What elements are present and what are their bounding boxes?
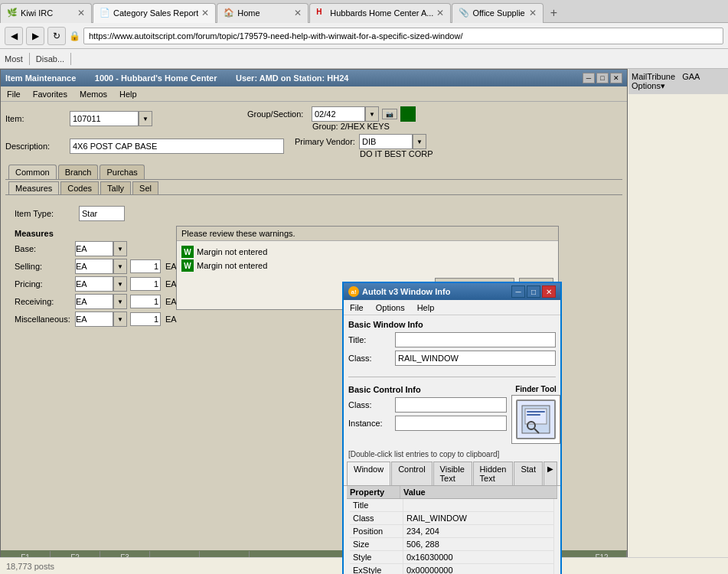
autoit-tab-control[interactable]: Control [391, 461, 432, 485]
autoit-close[interactable]: ✕ [542, 285, 556, 298]
class-field-label: Class: [348, 354, 390, 363]
post-count: 18,773 posts [6, 562, 54, 571]
group-section-combo: ▼ [312, 106, 379, 122]
title-field-input[interactable] [395, 332, 556, 347]
menu-favorites[interactable]: Favorites [30, 89, 70, 99]
autoit-menu-options[interactable]: Options [373, 302, 408, 313]
measure-receiving-qty[interactable] [130, 295, 161, 308]
measure-misc-unit: EA [165, 315, 177, 324]
address-bar[interactable] [83, 28, 723, 44]
menu-file[interactable]: File [4, 89, 24, 99]
most-button[interactable]: Most [5, 54, 23, 64]
autoit-tab-arrow[interactable]: ▶ [544, 461, 557, 485]
close-button[interactable]: ✕ [610, 73, 622, 83]
vendor-input[interactable] [359, 134, 413, 149]
autoit-tab-stat[interactable]: Stat [514, 461, 543, 485]
category-icon: 📄 [100, 8, 110, 18]
measure-misc-dropdown[interactable]: ▼ [113, 311, 127, 327]
table-row-exstyle[interactable]: ExStyle 0x00000000 [350, 564, 554, 574]
svg-rect-4 [527, 411, 545, 413]
measure-selling-unit: EA [165, 262, 177, 271]
right-panel: MailTribune GAA Options▾ [628, 69, 728, 94]
measure-selling-qty[interactable] [130, 259, 161, 273]
tab-kiwi-irc[interactable]: 🌿 Kiwi IRC ✕ [0, 3, 92, 23]
autoit-menu-help[interactable]: Help [414, 302, 438, 313]
autoit-tab-window[interactable]: Window [347, 461, 390, 485]
item-type-input[interactable] [79, 206, 125, 221]
tab-category-sales[interactable]: 📄 Category Sales Report ✕ [93, 3, 216, 23]
back-button[interactable]: ◀ [5, 27, 23, 45]
measure-misc-label: Miscellaneous: [15, 315, 72, 324]
autoit-titlebar[interactable]: a! AutoIt v3 Window Info ─ □ ✕ [344, 283, 560, 300]
table-row-position[interactable]: Position 234, 204 [350, 525, 554, 538]
browser-chrome: 🌿 Kiwi IRC ✕ 📄 Category Sales Report ✕ 🏠… [0, 0, 728, 69]
item-dropdown-btn[interactable]: ▼ [139, 111, 152, 126]
table-scroll-area[interactable]: Title Class RAIL_WINDOW Position 234, 20… [347, 499, 557, 574]
tab-office-close[interactable]: ✕ [529, 8, 537, 18]
disable-button[interactable]: Disab... [36, 54, 64, 64]
tab-home[interactable]: 🏠 Home ✕ [217, 3, 309, 23]
table-row-size[interactable]: Size 506, 288 [350, 538, 554, 551]
measure-pricing-input[interactable] [75, 276, 113, 292]
table-row-title[interactable]: Title [350, 499, 554, 512]
tab-common[interactable]: Common [8, 165, 57, 179]
vendor-section: Primary Vendor: ▼ DO IT BEST CORP [295, 134, 433, 158]
tab-hubbards[interactable]: H Hubbards Home Center A... ✕ [309, 3, 451, 23]
forward-button[interactable]: ▶ [26, 27, 44, 45]
tab-office[interactable]: 📎 Office Supplie ✕ [452, 3, 544, 23]
autoit-menu-file[interactable]: File [347, 302, 367, 313]
autoit-maximize[interactable]: □ [527, 285, 540, 298]
measure-pricing-qty[interactable] [130, 277, 161, 291]
autoit-minimize[interactable]: ─ [511, 285, 525, 298]
autoit-tab-hidden-text[interactable]: Hidden Text [473, 461, 514, 485]
description-row: Description: Primary Vendor: ▼ DO IT BES… [5, 134, 622, 158]
minimize-button[interactable]: ─ [583, 73, 595, 83]
group-section-input[interactable] [312, 106, 365, 122]
measure-pricing-dropdown[interactable]: ▼ [113, 276, 127, 292]
toolbar-separator [29, 53, 30, 65]
group-icon[interactable]: 📷 [382, 109, 397, 119]
row-position-value: 234, 204 [403, 525, 554, 537]
measure-pricing-combo: ▼ [75, 276, 127, 292]
finder-tool-box[interactable] [511, 395, 560, 444]
autoit-tab-visible-text[interactable]: Visible Text [433, 461, 472, 485]
sub-tab-measures[interactable]: Measures [8, 181, 59, 194]
options-button[interactable]: Options▾ [632, 81, 665, 90]
menu-help[interactable]: Help [116, 89, 140, 99]
instance-label: Instance: [348, 419, 390, 428]
new-tab-button[interactable]: + [544, 4, 563, 22]
control-class-input[interactable] [395, 397, 507, 413]
table-row-style[interactable]: Style 0x16030000 [350, 551, 554, 564]
instance-input[interactable] [395, 416, 507, 431]
maximize-button[interactable]: □ [596, 73, 609, 83]
measure-selling-input[interactable] [75, 259, 113, 274]
group-section-dropdown[interactable]: ▼ [365, 106, 379, 122]
item-input[interactable] [70, 111, 139, 126]
refresh-button[interactable]: ↻ [47, 27, 66, 45]
measure-selling-dropdown[interactable]: ▼ [113, 259, 127, 274]
class-field-input[interactable] [395, 351, 556, 366]
item-maintenance-titlebar[interactable]: Item Maintenance 1000 - Hubbard's Home C… [1, 70, 627, 86]
sub-tab-codes[interactable]: Codes [60, 181, 99, 194]
description-input[interactable] [70, 139, 284, 154]
item-type-combo [79, 206, 125, 221]
table-row-class[interactable]: Class RAIL_WINDOW [350, 512, 554, 525]
measure-receiving-input[interactable] [75, 294, 113, 309]
menu-memos[interactable]: Memos [77, 89, 110, 99]
measure-misc-input[interactable] [75, 311, 113, 327]
item-label: Item: [5, 114, 67, 123]
measure-misc-qty[interactable] [130, 312, 161, 326]
measure-base-input[interactable] [75, 241, 113, 256]
tab-purchase[interactable]: Purchas [100, 165, 144, 179]
sub-tab-tally[interactable]: Tally [100, 181, 131, 194]
measure-receiving-dropdown[interactable]: ▼ [113, 294, 127, 309]
tab-hubbards-close[interactable]: ✕ [436, 8, 444, 18]
vendor-dropdown[interactable]: ▼ [413, 134, 426, 149]
primary-vendor-label: Primary Vendor: [295, 137, 356, 146]
tab-home-close[interactable]: ✕ [294, 8, 302, 18]
measure-base-dropdown[interactable]: ▼ [113, 241, 127, 256]
sub-tab-sel[interactable]: Sel [132, 181, 158, 194]
tab-kiwi-close[interactable]: ✕ [77, 8, 85, 18]
tab-branch[interactable]: Branch [58, 165, 99, 179]
tab-category-close[interactable]: ✕ [201, 8, 209, 18]
